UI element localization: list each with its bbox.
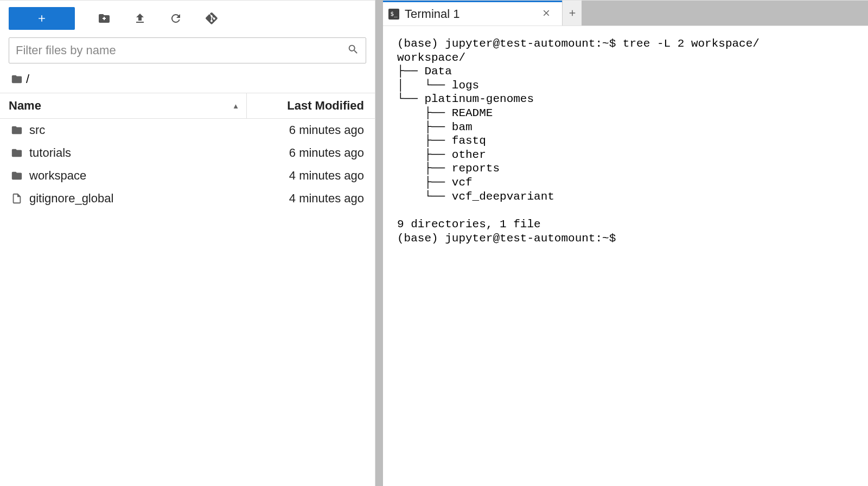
- file-name: src: [29, 123, 247, 137]
- filter-box[interactable]: [9, 37, 366, 63]
- file-browser-toolbar: [0, 1, 375, 37]
- filter-row: [0, 37, 375, 70]
- file-browser-panel: / Name ▴ Last Modified src6 minutes agot…: [0, 0, 375, 486]
- file-modified: 6 minutes ago: [247, 146, 364, 160]
- file-row[interactable]: workspace4 minutes ago: [0, 164, 375, 187]
- file-list: src6 minutes agotutorials6 minutes agowo…: [0, 119, 375, 210]
- new-folder-icon: [98, 12, 111, 25]
- plus-icon: [567, 8, 577, 18]
- filter-input[interactable]: [16, 43, 340, 57]
- folder-icon: [11, 170, 23, 182]
- upload-icon: [133, 12, 146, 25]
- file-modified: 4 minutes ago: [247, 169, 364, 183]
- breadcrumb-path: /: [26, 72, 29, 86]
- tab-terminal-1[interactable]: $_ Terminal 1: [383, 1, 562, 25]
- tab-label: Terminal 1: [405, 7, 534, 21]
- column-header-name[interactable]: Name ▴: [0, 93, 247, 118]
- tab-close-button[interactable]: [539, 6, 553, 22]
- file-modified: 6 minutes ago: [247, 123, 364, 137]
- tab-bar: $_ Terminal 1: [383, 1, 868, 25]
- file-icon: [11, 193, 23, 204]
- sort-caret-icon: ▴: [234, 101, 238, 110]
- git-icon: [205, 12, 218, 25]
- file-row[interactable]: src6 minutes ago: [0, 119, 375, 142]
- folder-icon: [11, 73, 23, 85]
- new-launcher-button[interactable]: [9, 7, 75, 30]
- folder-icon: [11, 124, 23, 136]
- file-name: workspace: [29, 169, 247, 183]
- close-icon: [541, 8, 551, 18]
- column-header-modified[interactable]: Last Modified: [247, 93, 375, 118]
- file-modified: 4 minutes ago: [247, 191, 364, 206]
- terminal-icon: $_: [388, 9, 399, 20]
- panel-splitter[interactable]: [375, 0, 383, 486]
- terminal-output[interactable]: (base) jupyter@test-automount:~$ tree -L…: [383, 25, 868, 486]
- add-tab-button[interactable]: [562, 1, 582, 25]
- breadcrumb[interactable]: /: [0, 70, 375, 93]
- file-row[interactable]: gitignore_global4 minutes ago: [0, 187, 375, 210]
- file-name: gitignore_global: [29, 191, 247, 206]
- column-name-label: Name: [9, 99, 41, 113]
- file-row[interactable]: tutorials6 minutes ago: [0, 142, 375, 164]
- upload-button[interactable]: [133, 12, 146, 25]
- file-name: tutorials: [29, 146, 247, 160]
- search-icon: [347, 43, 359, 57]
- column-modified-label: Last Modified: [287, 99, 364, 112]
- file-list-headers: Name ▴ Last Modified: [0, 93, 375, 119]
- folder-icon: [11, 147, 23, 159]
- new-folder-button[interactable]: [98, 12, 111, 25]
- refresh-button[interactable]: [169, 12, 182, 25]
- git-button[interactable]: [205, 12, 218, 25]
- main-panel: $_ Terminal 1 (base) jupyter@test-automo…: [383, 0, 868, 486]
- refresh-icon: [169, 12, 182, 25]
- plus-icon: [36, 13, 47, 24]
